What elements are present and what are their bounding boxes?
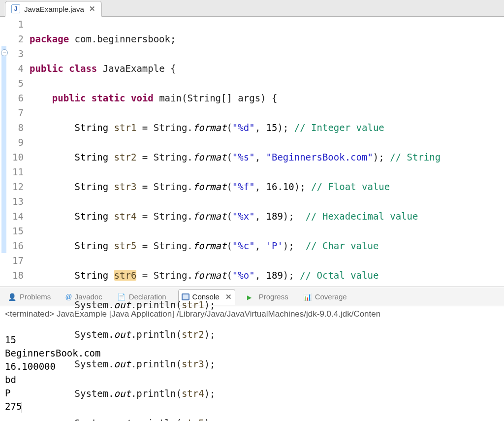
line-number: 10 bbox=[10, 150, 24, 164]
console-line: bd bbox=[5, 374, 16, 385]
line-number: 15 bbox=[10, 224, 24, 238]
line-number: 3 bbox=[10, 46, 24, 61]
console-line: 275 bbox=[5, 401, 22, 412]
code-editor[interactable]: − 1 2 3 4 5 6 7 8 9 10 11 12 13 14 15 16… bbox=[0, 17, 504, 287]
line-number: 17 bbox=[10, 253, 24, 268]
declaration-icon bbox=[117, 292, 126, 300]
code-line: String str2 = String.format("%s", "Begin… bbox=[30, 150, 504, 164]
code-line: String str6 = String.format("%o", 189); … bbox=[30, 268, 504, 283]
line-number: 11 bbox=[10, 164, 24, 179]
line-number: 1 bbox=[10, 17, 24, 32]
editor-marker-strip: − bbox=[0, 17, 10, 287]
line-number: 12 bbox=[10, 179, 24, 194]
coverage-icon bbox=[303, 292, 312, 300]
code-line: System.out.println(str2); bbox=[30, 327, 504, 342]
fold-toggle-icon[interactable]: − bbox=[1, 49, 8, 56]
code-line: public class JavaExample { bbox=[30, 61, 504, 76]
code-line: System.out.println(str4); bbox=[30, 386, 504, 401]
editor-tab-filename: JavaExample.java bbox=[24, 5, 84, 13]
code-line: String str5 = String.format("%c", 'P'); … bbox=[30, 238, 504, 253]
code-line: System.out.println(str3); bbox=[30, 356, 504, 371]
code-line: String str3 = String.format("%f", 16.10)… bbox=[30, 179, 504, 194]
console-line: P bbox=[5, 388, 10, 398]
problems-icon bbox=[8, 292, 17, 300]
line-number: 5 bbox=[10, 76, 24, 91]
console-line: 15 bbox=[5, 334, 16, 345]
editor-tabs: J JavaExample.java ✕ bbox=[0, 0, 504, 17]
code-line: String str1 = String.format("%d", 15); /… bbox=[30, 120, 504, 135]
line-number: 4 bbox=[10, 61, 24, 76]
code-area[interactable]: package com.beginnersbook; public class … bbox=[28, 17, 504, 287]
code-line: System.out.println(str5); bbox=[30, 416, 504, 421]
close-icon[interactable]: ✕ bbox=[89, 4, 95, 13]
line-number-gutter: 1 2 3 4 5 6 7 8 9 10 11 12 13 14 15 16 1… bbox=[10, 17, 28, 287]
code-line: String str4 = String.format("%x", 189); … bbox=[30, 209, 504, 224]
line-number: 9 bbox=[10, 135, 24, 150]
console-caret bbox=[22, 402, 22, 413]
line-number: 6 bbox=[10, 91, 24, 105]
progress-icon bbox=[247, 292, 256, 300]
editor-tab-javaexample[interactable]: J JavaExample.java ✕ bbox=[5, 1, 102, 17]
code-line: System.out.println(str1); bbox=[30, 297, 504, 312]
line-number: 8 bbox=[10, 120, 24, 135]
line-number: 14 bbox=[10, 209, 24, 224]
line-number: 18 bbox=[10, 268, 24, 283]
java-file-icon: J bbox=[11, 4, 20, 13]
line-number: 7 bbox=[10, 105, 24, 120]
line-number: 2 bbox=[10, 32, 24, 46]
code-line: public static void main(String[] args) { bbox=[30, 91, 504, 105]
line-number: 13 bbox=[10, 194, 24, 209]
code-line: package com.beginnersbook; bbox=[30, 32, 504, 46]
line-number: 16 bbox=[10, 238, 24, 253]
